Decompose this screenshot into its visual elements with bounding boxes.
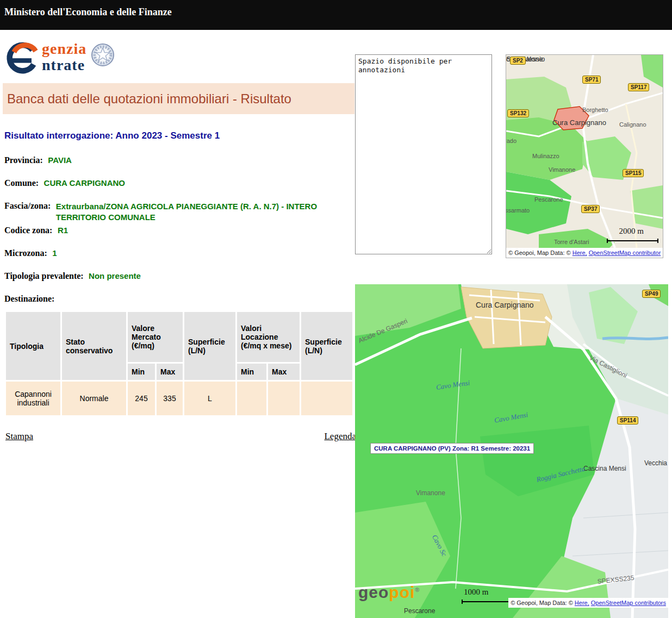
overview-attribution-osm-link[interactable]: OpenStreetMap contributor: [589, 249, 661, 256]
cell-vm-min: 245: [128, 382, 155, 415]
field-codice-zona-label: Codice zona:: [4, 226, 52, 235]
field-codice-zona-value: R1: [58, 226, 68, 235]
col-header-valore-mercato: Valore Mercato (€/mq): [128, 312, 183, 362]
agenzia-entrate-logo-mark-icon: [3, 41, 41, 79]
map-town-cura-carpignano-detail: Cura Carpignano: [476, 301, 534, 309]
col-subheader-vm-max: Max: [157, 364, 183, 380]
col-header-superficie-2: Superficie (L/N): [301, 312, 352, 380]
map-town-rado: rado: [506, 138, 517, 144]
field-destinazione-label: Destinazione:: [4, 294, 54, 303]
cell-vm-max: 335: [157, 382, 183, 415]
field-destinazione: Destinazione:: [4, 294, 354, 304]
cell-superficie-2: [301, 382, 352, 415]
road-badge-sp37: SP37: [581, 205, 600, 213]
field-codice-zona: Codice zona: R1: [4, 226, 354, 235]
road-badge-sp71: SP71: [582, 76, 601, 84]
field-tipologia-prevalente-label: Tipologia prevalente:: [4, 271, 84, 280]
field-tipologia-prevalente-value: Non presente: [89, 271, 141, 280]
detail-map[interactable]: Cura Carpignano Alcide De Gasperi Cavo M…: [355, 284, 668, 618]
map-town-calignano: Calignano: [619, 121, 646, 128]
table-row: Capannoni industriali Normale 245 335 L: [6, 382, 352, 415]
page-title: Banca dati delle quotazioni immobiliari …: [7, 91, 291, 106]
map-town-ssarmato: ssarmato: [506, 207, 530, 214]
field-microzona-label: Microzona:: [4, 248, 47, 258]
map-town-mulinazzo: Mulinazzo: [532, 153, 559, 159]
logo-text-agenzia: genzia: [42, 41, 86, 57]
field-fascia-zona-value: Extraurbana/ZONA AGRICOLA PIANEGGIANTE (…: [56, 201, 329, 222]
field-comune-label: Comune:: [4, 178, 39, 188]
page-title-banner: Banca dati delle quotazioni immobiliari …: [3, 83, 354, 114]
overview-scale-label: 2000 m: [619, 227, 644, 236]
geopoi-logo-geo: geo: [358, 583, 389, 601]
zone-info-label: CURA CARPIGNANO (PV) Zona: R1 Semestre: …: [370, 443, 534, 454]
field-comune-value: CURA CARPIGNANO: [44, 178, 125, 188]
road-badge-sp115: SP115: [623, 169, 644, 177]
detail-attribution-prefix: © Geopoi, Map Data: ©: [511, 600, 575, 606]
col-header-stato-conservativo: Stato conservativo: [62, 312, 126, 380]
annotations-textarea[interactable]: Spazio disponibile per annotazioni: [355, 54, 492, 254]
col-subheader-vm-min: Min: [128, 364, 155, 380]
italy-republic-emblem-icon: [91, 42, 115, 68]
field-tipologia-prevalente: Tipologia prevalente: Non presente: [4, 271, 354, 281]
field-microzona: Microzona: 1: [4, 248, 354, 258]
cell-stato: Normale: [62, 382, 126, 415]
annotations-and-overview-row: Spazio disponibile per annotazioni: [355, 54, 669, 258]
map-town-pescarone: Pescarone: [534, 196, 563, 203]
geopoi-logo: geopoi®: [358, 583, 420, 602]
cell-vl-max: [268, 382, 300, 415]
field-microzona-value: 1: [52, 248, 57, 258]
detail-attribution-here-link[interactable]: Here,: [575, 600, 589, 606]
road-badge-sp49: SP49: [642, 290, 661, 298]
map-town-vimanone: Vimanone: [549, 166, 575, 173]
map-town-cascina-mensi: Cascina Mensi: [583, 465, 626, 472]
results-column: genzia ntrate Banca dati delle quotazion…: [0, 41, 354, 442]
overview-attribution-here-link[interactable]: Here,: [573, 249, 587, 256]
logo-text: genzia ntrate: [42, 41, 86, 73]
cell-tipologia: Capannoni industriali: [6, 382, 60, 415]
detail-attribution-osm-link[interactable]: OpenStreetMap contributors: [591, 600, 666, 606]
cell-superficie-1: L: [184, 382, 235, 415]
table-links-row: Stampa Legenda: [5, 431, 356, 442]
maps-column: Spazio disponibile per annotazioni: [355, 41, 669, 618]
cell-vl-min: [237, 382, 266, 415]
ministry-bar: Ministero dell'Economia e delle Finanze: [0, 0, 672, 30]
stampa-link[interactable]: Stampa: [5, 431, 33, 442]
map-town-pescarone-detail: Pescarone: [404, 607, 435, 615]
page: Ministero dell'Economia e delle Finanze …: [0, 0, 672, 618]
road-badge-sp117: SP117: [628, 83, 649, 91]
overview-map-attribution: © Geopoi, Map Data: © Here, OpenStreetMa…: [506, 248, 663, 258]
ministry-title: Ministero dell'Economia e delle Finanze: [4, 7, 172, 17]
map-town-vecchia: Vecchia: [644, 459, 667, 467]
col-subheader-vl-min: Min: [237, 364, 266, 380]
map-town-borghetto: Borghetto: [582, 107, 608, 113]
logo-text-entrate: ntrate: [42, 57, 86, 73]
field-fascia-zona: Fascia/zona: Extraurbana/ZONA AGRICOLA P…: [4, 201, 354, 222]
field-fascia-zona-label: Fascia/zona:: [4, 201, 51, 210]
geopoi-logo-poi: poi: [389, 583, 415, 601]
field-provincia-value: PAVIA: [48, 155, 72, 165]
overview-map[interactable]: Sant'Alessio con Vialone Borghetto Cura …: [506, 54, 663, 258]
map-town-cura-carpignano: Cura Carpignano: [552, 118, 606, 127]
legenda-link[interactable]: Legenda: [324, 431, 356, 442]
field-provincia: Provincia: PAVIA: [4, 155, 354, 165]
col-header-valori-locazione: Valori Locazione (€/mq x mese): [237, 312, 300, 362]
map-town-torre-dastari: Torre d'Astari: [554, 239, 589, 245]
road-badge-sp132: SP132: [507, 109, 529, 117]
col-header-superficie-1: Superficie (L/N): [184, 312, 235, 380]
road-badge-sp114: SP114: [617, 416, 638, 425]
field-comune: Comune: CURA CARPIGNANO: [4, 178, 354, 188]
result-heading: Risultato interrogazione: Anno 2023 - Se…: [4, 130, 354, 141]
overview-scale-bar: [607, 239, 658, 243]
map-town-vimanone-detail: Vimanone: [416, 489, 445, 497]
col-header-tipologia: Tipologia: [6, 312, 60, 380]
agenzia-entrate-logo: genzia ntrate: [3, 41, 354, 80]
col-subheader-vl-max: Max: [268, 364, 300, 380]
detail-scale-label: 1000 m: [464, 588, 488, 597]
quotations-table: Tipologia Stato conservativo Valore Merc…: [4, 310, 354, 417]
main-content: genzia ntrate Banca dati delle quotazion…: [0, 30, 672, 618]
detail-map-attribution: © Geopoi, Map Data: © Here, OpenStreetMa…: [508, 598, 668, 608]
field-provincia-label: Provincia:: [4, 155, 43, 165]
overview-attribution-prefix: © Geopoi, Map Data: ©: [508, 249, 573, 256]
geopoi-logo-registered: ®: [415, 586, 420, 593]
road-badge-sp2: SP2: [510, 57, 526, 65]
